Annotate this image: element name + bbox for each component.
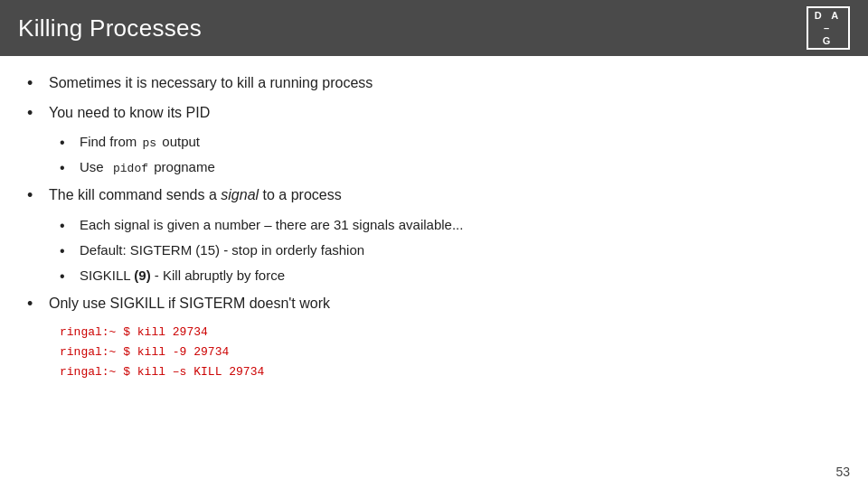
bullet-item-3: • The kill command sends a signal to a p… — [27, 184, 841, 207]
sub-bullet-text-2-2: Use pidof progname — [80, 157, 215, 178]
dag-logo: D A – G — [807, 6, 850, 50]
sub-bullet-text-3-3: SIGKILL (9) - Kill abruptly by force — [80, 266, 285, 286]
code-pidof: pidof — [111, 162, 150, 175]
header: Killing Processes D A – G — [0, 0, 868, 56]
signal-italic: signal — [221, 187, 259, 202]
bullet-icon-2: • — [27, 102, 43, 125]
bullet-text-1: Sometimes it is necessary to kill a runn… — [49, 72, 373, 94]
dag-logo-line1: D A — [815, 9, 843, 22]
sub-bullet-2-2: • Use pidof progname — [60, 157, 841, 179]
sub-bullet-text-3-2: Default: SIGTERM (15) - stop in orderly … — [80, 240, 364, 261]
bullet-icon-4: • — [27, 293, 43, 315]
sub-bullet-icon-3-3: • — [60, 266, 74, 287]
terminal-line-2: ringal:~ $ kill -9 29734 — [60, 343, 841, 362]
footer-page-number: 53 — [835, 465, 850, 479]
bullet-item-4: • Only use SIGKILL if SIGTERM doesn't wo… — [27, 293, 841, 315]
sub-bullet-3-3: • SIGKILL (9) - Kill abruptly by force — [60, 266, 841, 287]
bullet-text-3: The kill command sends a signal to a pro… — [49, 184, 342, 206]
sub-bullets-3: • Each signal is given a number – there … — [60, 215, 841, 287]
page-title: Killing Processes — [18, 14, 202, 42]
bullet-text-2: You need to know its PID — [49, 102, 210, 124]
bullet-item-2: • You need to know its PID — [27, 102, 841, 125]
sub-bullet-text-3-1: Each signal is given a number – there ar… — [80, 215, 463, 236]
dag-logo-line2: – — [824, 22, 833, 34]
sub-bullet-text-2-1: Find from ps output — [80, 132, 200, 153]
bullet-icon-1: • — [27, 72, 43, 95]
sub-bullet-2-1: • Find from ps output — [60, 132, 841, 154]
bullet-icon-3: • — [27, 184, 43, 207]
terminal-line-1: ringal:~ $ kill 29734 — [60, 323, 841, 343]
bullet-text-4: Only use SIGKILL if SIGTERM doesn't work — [49, 293, 330, 314]
sub-bullets-2: • Find from ps output • Use pidof progna… — [60, 132, 841, 179]
sigkill-bold: (9) — [134, 267, 150, 283]
sub-bullet-icon-2-2: • — [60, 157, 74, 179]
main-content: • Sometimes it is necessary to kill a ru… — [0, 56, 868, 399]
sub-bullet-icon-3-2: • — [60, 240, 74, 262]
code-ps: ps — [141, 136, 159, 150]
bullet-item-1: • Sometimes it is necessary to kill a ru… — [27, 72, 841, 95]
sub-bullet-icon-3-1: • — [60, 215, 74, 237]
terminal-line-3: ringal:~ $ kill –s KILL 29734 — [60, 362, 841, 382]
dag-logo-line3: G — [823, 34, 835, 47]
terminal-block: ringal:~ $ kill 29734 ringal:~ $ kill -9… — [60, 323, 841, 382]
sub-bullet-3-1: • Each signal is given a number – there … — [60, 215, 841, 237]
sub-bullet-icon-2-1: • — [60, 132, 74, 154]
sub-bullet-3-2: • Default: SIGTERM (15) - stop in orderl… — [60, 240, 841, 262]
